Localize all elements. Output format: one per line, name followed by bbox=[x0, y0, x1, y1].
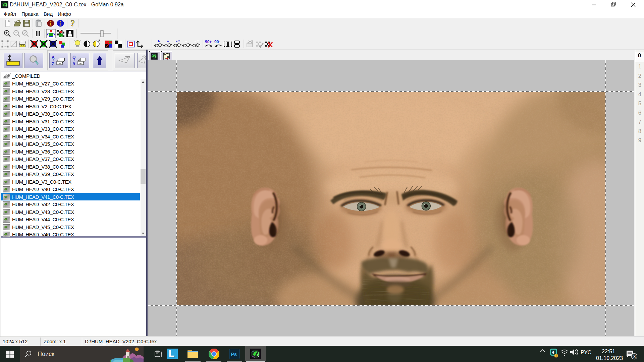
svg-text:РУС: РУС bbox=[581, 350, 591, 355]
svg-text:22:51: 22:51 bbox=[602, 349, 615, 354]
svg-text:90-: 90- bbox=[214, 40, 220, 44]
svg-text:90+: 90+ bbox=[205, 40, 212, 44]
svg-text:9: 9 bbox=[73, 62, 75, 66]
svg-text:3: 3 bbox=[633, 354, 636, 359]
svg-text:O: O bbox=[72, 55, 75, 60]
svg-text:Z: Z bbox=[52, 62, 54, 66]
svg-text:01.10.2023: 01.10.2023 bbox=[596, 355, 623, 361]
svg-text:A: A bbox=[52, 55, 55, 60]
svg-text:?: ? bbox=[70, 18, 75, 28]
svg-text:e: e bbox=[552, 350, 554, 355]
svg-text:Ps: Ps bbox=[231, 351, 237, 357]
